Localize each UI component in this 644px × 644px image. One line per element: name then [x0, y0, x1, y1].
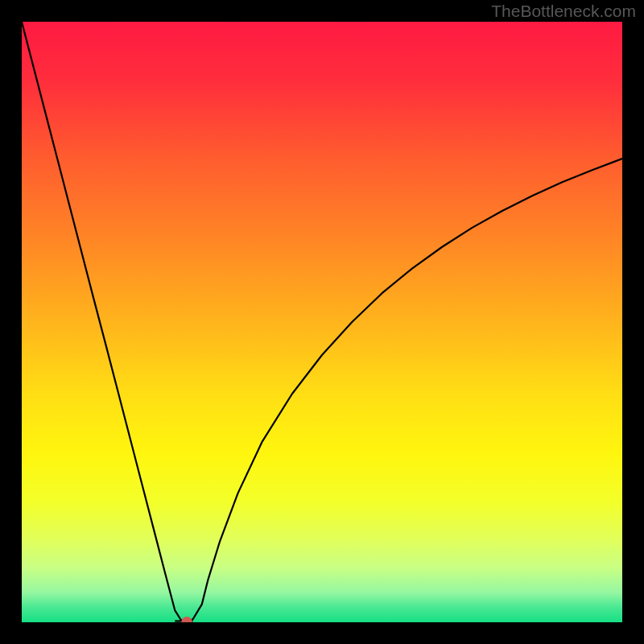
gradient-background [22, 22, 622, 622]
chart-frame: TheBottleneck.com [0, 0, 644, 644]
chart-plot [22, 22, 622, 622]
watermark-text: TheBottleneck.com [491, 2, 636, 21]
